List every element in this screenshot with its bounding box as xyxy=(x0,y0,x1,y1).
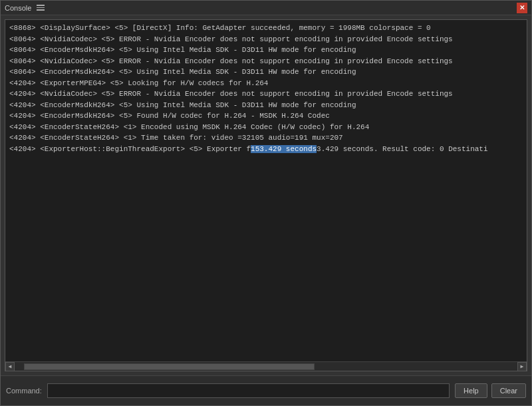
clear-button[interactable]: Clear xyxy=(491,383,526,398)
scroll-right-button[interactable]: ▶ xyxy=(517,362,527,371)
log-line: <4204> <ExporterHost::BeginThreadExport>… xyxy=(9,144,523,155)
window-title: Console xyxy=(5,4,31,12)
command-label: Command: xyxy=(6,387,42,395)
log-line: <4204> <ExporterMPEG4> <5> Looking for H… xyxy=(9,78,523,89)
log-line: <8064> <NvidiaCodec> <5> ERROR - Nvidia … xyxy=(9,34,523,45)
log-line: <4204> <EncoderStateH264> <1> Encoded us… xyxy=(9,122,523,133)
console-area: <8868> <DisplaySurface> <5> [DirectX] In… xyxy=(5,19,527,371)
log-line: <8064> <EncoderMsdkH264> <5> Using Intel… xyxy=(9,45,523,56)
horizontal-scrollbar[interactable]: ◀ ▶ xyxy=(5,361,527,371)
help-button[interactable]: Help xyxy=(455,383,487,398)
log-line: <4204> <EncoderStateH264> <1> Time taken… xyxy=(9,132,523,144)
menu-icon[interactable] xyxy=(37,5,45,11)
log-line: <8064> <EncoderMsdkH264> <5> Using Intel… xyxy=(9,67,523,78)
h-scroll-thumb[interactable] xyxy=(24,363,315,370)
log-line: <8064> <NvidiaCodec> <5> ERROR - Nvidia … xyxy=(9,56,523,67)
close-button[interactable]: ✕ xyxy=(517,3,527,13)
highlighted-text: 153.429 seconds xyxy=(251,145,317,153)
log-line: <4204> <EncoderMsdkH264> <5> Found H/W c… xyxy=(9,110,523,122)
bottom-bar: Command: Help Clear xyxy=(1,375,531,405)
log-line: <4204> <NvidiaCodec> <5> ERROR - Nvidia … xyxy=(9,89,523,100)
log-line: <8868> <DisplaySurface> <5> [DirectX] In… xyxy=(9,23,523,34)
console-output[interactable]: <8868> <DisplaySurface> <5> [DirectX] In… xyxy=(5,20,527,361)
h-scroll-track[interactable] xyxy=(24,363,508,370)
title-bar: Console ✕ xyxy=(1,1,531,15)
main-window: Console ✕ <8868> <DisplaySurface> <5> [D… xyxy=(0,0,532,406)
log-line: <4204> <EncoderMsdkH264> <5> Using Intel… xyxy=(9,100,523,111)
bottom-buttons: Help Clear xyxy=(455,383,526,398)
title-bar-left: Console xyxy=(5,4,45,12)
command-input[interactable] xyxy=(47,383,450,398)
scroll-left-button[interactable]: ◀ xyxy=(5,362,15,371)
